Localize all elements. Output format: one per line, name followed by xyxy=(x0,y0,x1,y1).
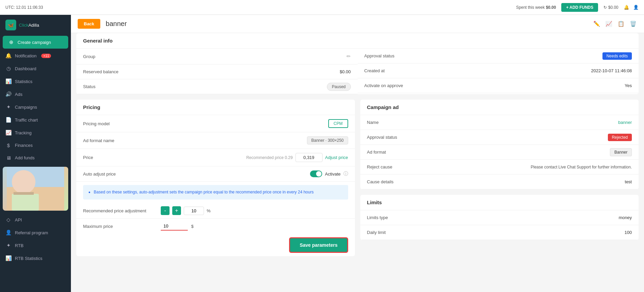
info-circle-icon[interactable]: ⓘ xyxy=(343,171,348,177)
page-header: Back banner ✏️ 📈 📋 🗑️ xyxy=(71,15,644,33)
max-price-row: Maximum price $ xyxy=(76,219,355,234)
sidebar-item-label: Ads xyxy=(15,92,22,97)
sidebar-item-dashboard[interactable]: ◷ Dashboard xyxy=(0,62,71,75)
page-header-actions: ✏️ 📈 📋 🗑️ xyxy=(593,20,637,28)
activate-on-approve-value: Yes xyxy=(432,83,632,88)
auto-adjust-toggle-wrap: Activate ⓘ xyxy=(310,170,348,177)
notification-badge: +11 xyxy=(41,54,51,58)
created-at-row: Created at 2022-10-07 11:46:08 xyxy=(358,63,639,78)
topbar-right: Spent this week $0.00 + ADD FUNDS ↻ $0.0… xyxy=(516,3,639,12)
save-row: Save parameters xyxy=(76,234,355,256)
adj-unit: % xyxy=(207,208,211,213)
bell-icon[interactable]: 🔔 xyxy=(624,5,629,10)
chart-icon[interactable]: 📈 xyxy=(605,20,613,28)
right-col: Campaign ad Name banner Approval status … xyxy=(360,100,639,262)
sidebar-item-campaigns[interactable]: ✦ Campaigns xyxy=(0,101,71,113)
logo-icon: 🦋 xyxy=(5,20,16,30)
ad-format-label: Ad format xyxy=(367,150,435,155)
sidebar-item-create-campaign[interactable]: ⊕ Create campaign xyxy=(3,36,68,49)
max-price-input[interactable] xyxy=(161,222,188,231)
sidebar-item-api[interactable]: ◇ API xyxy=(0,213,71,226)
adjust-price-link[interactable]: Adjust price xyxy=(325,155,348,160)
limits-section: Limits Limits type money Daily limit 100 xyxy=(360,195,639,240)
sidebar-item-label: Notification xyxy=(15,53,36,58)
sidebar-item-label: Dashboard xyxy=(15,66,36,71)
sidebar-item-label: RTB xyxy=(15,243,24,248)
user-icon[interactable]: 👤 xyxy=(633,5,639,10)
name-link[interactable]: banner xyxy=(618,120,632,125)
adj-input[interactable] xyxy=(184,207,204,215)
ad-approval-status-row: Approval status Rejected xyxy=(360,130,639,145)
ad-format-badge: Banner · 300×250 xyxy=(307,136,348,144)
content-area: Back banner ✏️ 📈 📋 🗑️ General info Group… xyxy=(71,15,644,292)
reject-cause-label: Reject cause xyxy=(367,164,435,169)
group-label: Group xyxy=(83,54,151,59)
topbar-icons: 🔔 👤 xyxy=(624,5,639,10)
dashboard-icon: ◷ xyxy=(5,65,11,72)
sidebar-item-rtb-statistics[interactable]: 📊 RTB Statistics xyxy=(0,252,71,265)
create-campaign-icon: ⊕ xyxy=(8,39,14,45)
status-value: Paused xyxy=(151,84,351,89)
thumbnail-image xyxy=(3,167,68,211)
limits-type-value: money xyxy=(435,215,632,220)
notification-icon: 🔔 xyxy=(5,53,11,59)
rtb-statistics-icon: 📊 xyxy=(5,255,11,261)
sidebar-item-referral[interactable]: 👤 Referral program xyxy=(0,226,71,239)
sidebar-item-label: Finances xyxy=(15,143,33,148)
utc-time: UTC: 12.01 11:06:33 xyxy=(5,5,43,10)
add-funds-button[interactable]: + ADD FUNDS xyxy=(561,3,598,12)
sidebar-item-label: API xyxy=(15,217,22,222)
sidebar-item-statistics[interactable]: 📊 Statistics xyxy=(0,75,71,88)
adj-minus-button[interactable]: - xyxy=(161,206,170,215)
approval-status-row: Approval status Needs edits xyxy=(358,49,639,63)
page-header-left: Back banner xyxy=(78,19,127,29)
copy-icon[interactable]: 📋 xyxy=(617,20,625,28)
sidebar-item-finances[interactable]: $ Finances xyxy=(0,139,71,152)
ad-format-row: Ad format Banner xyxy=(360,145,639,160)
activate-on-approve-label: Activate on approve xyxy=(364,83,432,88)
ad-format-name-value: Banner · 300×250 xyxy=(151,136,348,144)
daily-limit-label: Daily limit xyxy=(367,230,435,235)
trash-icon[interactable]: 🗑️ xyxy=(629,20,637,28)
campaigns-icon: ✦ xyxy=(5,104,11,110)
name-label: Name xyxy=(367,120,435,125)
traffic-chart-icon: 📄 xyxy=(5,117,11,123)
pricing-section: Pricing Pricing model CPM Ad format name… xyxy=(76,100,355,256)
pricing-title: Pricing xyxy=(76,100,355,115)
toggle-label: Activate xyxy=(325,171,340,177)
cause-details-value: test xyxy=(435,179,632,184)
api-icon: ◇ xyxy=(5,217,11,223)
group-edit-icon[interactable]: ✏ xyxy=(346,53,351,59)
page-title: banner xyxy=(106,20,127,28)
name-value: banner xyxy=(435,120,632,125)
pricing-model-label: Pricing model xyxy=(83,121,151,126)
adj-plus-button[interactable]: + xyxy=(172,206,181,215)
info-box-text: Based on these settings, auto-adjustment… xyxy=(94,189,314,195)
ad-format-name-row: Ad format name Banner · 300×250 xyxy=(76,132,355,149)
sidebar-item-rtb[interactable]: ✦ RTB xyxy=(0,239,71,252)
activate-on-approve-row: Activate on approve Yes xyxy=(358,78,639,93)
sidebar-item-tracking[interactable]: 📈 Tracking xyxy=(0,126,71,139)
statistics-icon: 📊 xyxy=(5,78,11,84)
rec-price-adj-label: Recommended price adjustment xyxy=(83,208,157,213)
sidebar-item-traffic-chart[interactable]: 📄 Traffic chart xyxy=(0,113,71,126)
ads-icon: 🔊 xyxy=(5,91,11,97)
referral-icon: 👤 xyxy=(5,230,11,236)
sidebar-item-add-funds[interactable]: 🖥 Add funds xyxy=(0,152,71,164)
edit-icon[interactable]: ✏️ xyxy=(593,20,601,28)
info-box-dot: • xyxy=(88,189,91,195)
auto-adjust-toggle[interactable] xyxy=(310,170,322,177)
sidebar-item-ads[interactable]: 🔊 Ads xyxy=(0,88,71,101)
price-input[interactable] xyxy=(295,153,323,162)
sidebar-item-label: Referral program xyxy=(15,230,48,235)
back-button[interactable]: Back xyxy=(78,19,100,29)
reject-cause-row: Reject cause Please contact Live Chat Su… xyxy=(360,160,639,175)
sidebar: 🦋 ClickAdilla ⊕ Create campaign 🔔 Notifi… xyxy=(0,15,71,292)
sidebar-item-notification[interactable]: 🔔 Notification +11 xyxy=(0,49,71,62)
svg-rect-4 xyxy=(14,192,34,195)
auto-adjust-value: Activate ⓘ xyxy=(151,170,348,177)
approval-status-label: Approval status xyxy=(364,53,432,58)
save-parameters-button[interactable]: Save parameters xyxy=(289,237,348,253)
reserved-balance-label: Reserved balance xyxy=(83,69,151,74)
cause-details-label: Cause details xyxy=(367,179,435,184)
